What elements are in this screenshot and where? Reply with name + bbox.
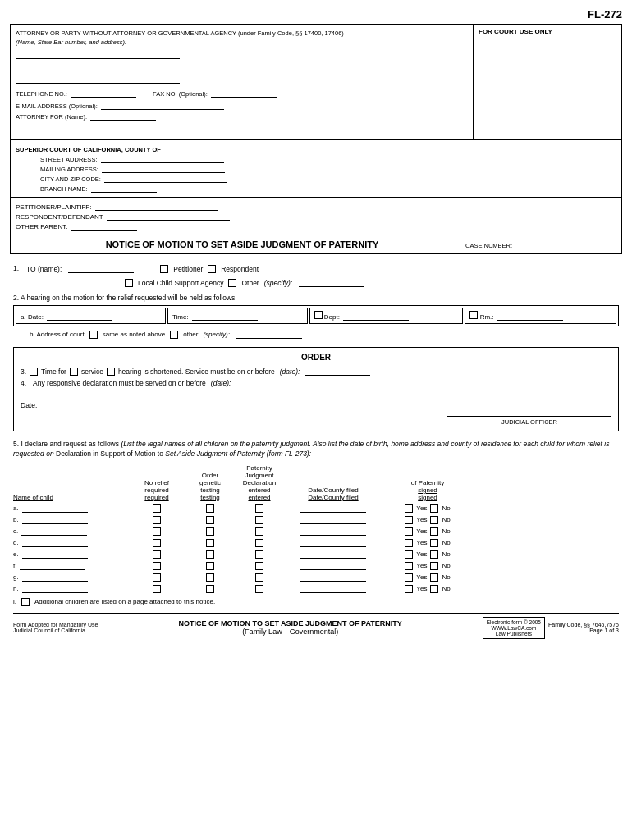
paternity-cb-c[interactable] [255,527,263,536]
other-address-checkbox[interactable] [170,331,178,339]
no-cb-h[interactable] [430,585,438,593]
paternity-cb-d[interactable] [255,539,263,547]
col-signed-header: of Paternity signed [382,479,473,494]
child-row-a: a. Yes No [13,504,619,513]
no-relief-cb-h[interactable] [153,585,161,593]
branch-field[interactable] [91,184,157,193]
no-cb-d[interactable] [430,539,438,547]
hearing-table: a. Date: Time: Dept: Rm.: [13,305,619,326]
genetic-cb-e[interactable] [206,550,214,559]
yes-cb-e[interactable] [405,550,413,559]
child-date-blank-a[interactable] [300,504,366,513]
same-as-above-checkbox[interactable] [89,331,98,339]
child-date-a [284,504,382,513]
child-label-e: e. [13,550,128,559]
genetic-cb-f[interactable] [206,562,214,570]
petitioner-checkbox[interactable] [160,265,168,273]
other-parent-field[interactable] [71,221,137,231]
service-checkbox[interactable] [70,368,78,376]
other-specify-field[interactable] [299,278,364,287]
child-name-e[interactable] [22,550,88,559]
paternity-cb-a[interactable] [255,504,263,513]
paternity-cb-g[interactable] [255,573,263,582]
child-name-f[interactable] [20,562,85,570]
no-relief-cb-e[interactable] [153,550,161,559]
no-relief-cb-d[interactable] [153,539,161,547]
form-title: NOTICE OF MOTION TO SET ASIDE JUDGMENT O… [19,240,465,249]
no-cb-f[interactable] [430,562,438,570]
genetic-cb-c[interactable] [206,527,214,536]
title-bar: NOTICE OF MOTION TO SET ASIDE JUDGMENT O… [10,235,622,254]
order-date-field[interactable] [44,400,109,409]
paternity-cb-h[interactable] [255,585,263,593]
paternity-cb-f[interactable] [255,562,263,570]
yes-cb-h[interactable] [405,585,413,593]
other-checkbox[interactable] [228,279,236,287]
name-lines [16,49,468,84]
item-3-row: 3. Time for service hearing is shortened… [21,367,611,376]
address-specify-field[interactable] [236,330,302,339]
date-field[interactable] [47,312,112,321]
item3-date-field[interactable] [305,367,370,376]
city-zip-field[interactable] [104,174,227,183]
no-cb-a[interactable] [430,504,438,513]
fax-field[interactable] [211,89,277,98]
time-field[interactable] [192,312,258,321]
genetic-cb-g[interactable] [206,573,214,582]
child-row-b: b. Yes No [13,516,619,524]
genetic-cb-h[interactable] [206,585,214,593]
respondent-checkbox[interactable] [208,265,216,273]
no-cb-g[interactable] [430,573,438,582]
child-row-g: g. Yes No [13,573,619,582]
child-name-c[interactable] [21,527,87,536]
email-field[interactable] [101,101,224,110]
no-cb-e[interactable] [430,550,438,559]
child-name-g[interactable] [22,573,88,582]
no-cb-c[interactable] [430,527,438,536]
no-relief-cb-a[interactable] [153,504,161,513]
attorney-for-field[interactable] [90,112,156,121]
item-1-number: 1. [13,264,26,272]
yes-cb-c[interactable] [405,527,413,536]
rm-checkbox[interactable] [469,311,478,319]
petitioner-field[interactable] [95,202,218,211]
yes-cb-g[interactable] [405,573,413,582]
child-name-a[interactable] [22,504,88,513]
dept-checkbox[interactable] [314,311,323,319]
no-cb-b[interactable] [430,516,438,524]
local-child-support-checkbox[interactable] [125,279,133,287]
no-relief-cb-g[interactable] [153,573,161,582]
genetic-cb-a[interactable] [206,504,214,513]
child-name-h[interactable] [22,585,88,593]
genetic-cb-b[interactable] [206,516,214,524]
yes-cb-a[interactable] [405,504,413,513]
no-relief-cb-f[interactable] [153,562,161,570]
no-relief-cb-c[interactable] [153,527,161,536]
additional-children-checkbox[interactable] [21,598,30,606]
item1-name-field[interactable] [68,264,134,273]
time-for-checkbox[interactable] [30,368,38,376]
child-name-b[interactable] [22,516,88,524]
street-field[interactable] [101,154,224,163]
additional-children-row: i. Additional children are listed on a p… [13,598,619,606]
case-number-field[interactable] [515,240,581,249]
child-label-a: a. [13,504,128,513]
yes-cb-b[interactable] [405,516,413,524]
telephone-field[interactable] [71,89,136,98]
judicial-sig: JUDICIAL OFFICER [447,416,611,426]
rm-field[interactable] [497,312,563,321]
genetic-cb-d[interactable] [206,539,214,547]
dept-field[interactable] [343,312,409,321]
yes-cb-d[interactable] [405,539,413,547]
respondent-field[interactable] [107,212,230,221]
child-label-g: g. [13,573,128,582]
no-relief-cb-b[interactable] [153,516,161,524]
yes-cb-f[interactable] [405,562,413,570]
name-line-1 [16,49,180,59]
county-field[interactable] [164,144,287,153]
paternity-cb-b[interactable] [255,516,263,524]
child-name-d[interactable] [22,539,88,547]
hearing-shortened-checkbox[interactable] [107,368,115,376]
mailing-field[interactable] [102,164,225,173]
paternity-cb-e[interactable] [255,550,263,559]
